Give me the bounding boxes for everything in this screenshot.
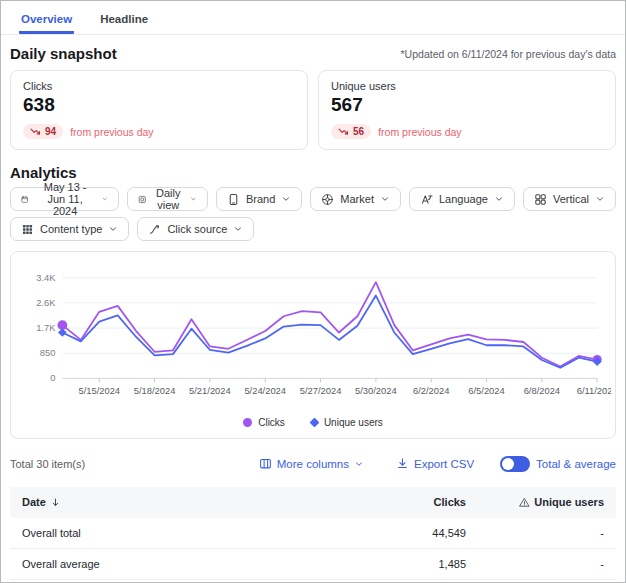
svg-text:6/11/2024: 6/11/2024 [577,386,611,396]
click-source-icon [148,223,161,236]
clicks-card-label: Clicks [23,80,295,92]
daily-snapshot-title: Daily snapshot [10,45,117,62]
filter-view-granularity[interactable]: Daily view [127,187,208,211]
chevron-down-icon [380,194,390,204]
svg-text:5/15/2024: 5/15/2024 [78,386,120,396]
chevron-down-icon [494,194,504,204]
trend-down-icon [338,126,349,137]
svg-text:850: 850 [40,348,56,358]
dashboard-page: Overview Headline Daily snapshot *Update… [0,0,626,583]
tab-headline[interactable]: Headline [98,5,150,34]
calendar-icon [21,193,28,206]
table-header-row: Date Clicks Unique users [10,487,616,518]
total-average-label: Total & average [536,458,616,470]
daily-view-icon [138,193,147,206]
svg-text:0: 0 [50,373,55,383]
content-type-icon [21,223,34,236]
analytics-chart-card: 08501.7K2.6K3.4K5/15/20245/18/20245/21/2… [10,251,616,439]
chevron-down-icon [281,194,291,204]
filter-language[interactable]: Language [409,187,515,211]
filter-row: Content typeClick source [10,217,616,241]
svg-text:5/24/2024: 5/24/2024 [244,386,286,396]
column-header-unique-users[interactable]: Unique users [478,496,616,508]
column-header-date[interactable]: Date [10,496,318,508]
chevron-down-icon [595,194,605,204]
filter-vertical[interactable]: Vertical [523,187,616,211]
analytics-filters: May 13 - Jun 11, 2024Daily viewBrandMark… [10,187,616,241]
cell-unique-users: - [478,558,616,570]
column-header-clicks[interactable]: Clicks [318,496,478,508]
columns-icon [259,457,272,470]
tab-bar: Overview Headline [1,1,625,35]
legend-item-unique-users: Unique users [311,417,383,428]
cell-clicks: 44,549 [318,527,478,539]
svg-text:2.6K: 2.6K [36,298,56,308]
filter-market-label: Market [340,193,374,205]
svg-text:5/18/2024: 5/18/2024 [134,386,176,396]
svg-text:5/30/2024: 5/30/2024 [355,386,397,396]
unique-users-card-label: Unique users [331,80,603,92]
chevron-down-icon [354,459,364,469]
filter-row: May 13 - Jun 11, 2024Daily viewBrandMark… [10,187,616,211]
chevron-down-icon [108,224,118,234]
export-csv-button[interactable]: Export CSV [390,456,480,471]
export-csv-label: Export CSV [414,458,474,470]
legend-circle-marker [243,418,252,427]
filter-view-granularity-label: Daily view [152,187,184,211]
more-columns-label: More columns [277,458,349,470]
clicks-change-value: 94 [45,126,56,137]
filter-brand-label: Brand [246,193,275,205]
filter-date-range-label: May 13 - Jun 11, 2024 [34,181,96,217]
more-columns-button[interactable]: More columns [253,456,370,471]
snapshot-cards: Clicks 638 94 from previous day Unique u… [10,70,616,150]
filter-click-source[interactable]: Click source [137,217,254,241]
table-row: Overall average1,485- [10,549,616,580]
svg-text:1.7K: 1.7K [36,323,56,333]
filter-vertical-label: Vertical [553,193,589,205]
updated-note: *Updated on 6/11/2024 for previous day's… [401,48,616,60]
download-icon [396,457,409,470]
series-unique-users [62,296,597,368]
cell-clicks: 1,485 [318,558,478,570]
unique-users-card-value: 567 [331,94,603,116]
analytics-title: Analytics [10,164,77,181]
tab-overview[interactable]: Overview [19,5,74,34]
language-icon [420,193,433,206]
unique-users-change-suffix: from previous day [378,126,461,138]
filter-date-range[interactable]: May 13 - Jun 11, 2024 [10,187,119,211]
data-table: Date Clicks Unique users Overall total44… [10,487,616,583]
clicks-change-indicator: 94 from previous day [23,124,295,139]
filter-brand[interactable]: Brand [216,187,302,211]
cell-unique-users: - [478,527,616,539]
brand-icon [227,193,240,206]
svg-text:6/8/2024: 6/8/2024 [524,386,560,396]
legend-item-clicks: Clicks [243,417,285,428]
warning-icon [519,497,530,508]
svg-text:6/2/2024: 6/2/2024 [413,386,449,396]
market-icon [321,193,334,206]
table-row: Overall total44,549- [10,518,616,549]
chevron-down-icon [102,194,108,204]
svg-text:6/5/2024: 6/5/2024 [468,386,504,396]
filter-click-source-label: Click source [167,223,227,235]
vertical-icon [534,193,547,206]
clicks-card-value: 638 [23,94,295,116]
unique-users-change-value: 56 [353,126,364,137]
filter-language-label: Language [439,193,488,205]
chevron-down-icon [233,224,243,234]
filter-content-type-label: Content type [40,223,102,235]
cell-date: Overall average [10,558,318,570]
svg-text:5/27/2024: 5/27/2024 [300,386,342,396]
svg-text:5/21/2024: 5/21/2024 [189,386,231,396]
table-controls: Total 30 item(s) More columns Export CSV… [10,451,616,477]
total-average-toggle[interactable] [500,456,530,472]
svg-text:3.4K: 3.4K [36,273,56,283]
clicks-card: Clicks 638 94 from previous day [10,70,308,150]
filter-market[interactable]: Market [310,187,401,211]
clicks-change-suffix: from previous day [70,126,153,138]
table-body: Overall total44,549-Overall average1,485… [10,518,616,583]
filter-content-type[interactable]: Content type [10,217,129,241]
total-average-toggle-wrap: Total & average [500,456,616,472]
series-clicks [62,282,597,366]
items-summary: Total 30 item(s) [10,458,85,470]
